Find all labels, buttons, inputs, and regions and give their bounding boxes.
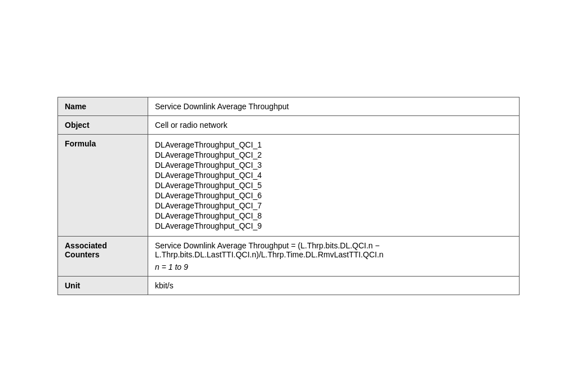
table-row-formula: Formula DLAverageThroughput_QCI_1 DLAver… (58, 135, 520, 237)
formula-line-5: DLAverageThroughput_QCI_5 (155, 181, 512, 190)
label-formula: Formula (58, 135, 148, 237)
counters-formula-text: Service Downlink Average Throughput = (L… (155, 241, 512, 259)
table-row-unit: Unit kbit/s (58, 277, 520, 295)
formula-line-4: DLAverageThroughput_QCI_4 (155, 171, 512, 180)
label-counters-text: AssociatedCounters (65, 241, 107, 259)
value-counters: Service Downlink Average Throughput = (L… (148, 237, 520, 277)
label-unit: Unit (58, 277, 148, 295)
table-row-name: Name Service Downlink Average Throughput (58, 97, 520, 116)
info-table: Name Service Downlink Average Throughput… (57, 97, 520, 295)
value-formula: DLAverageThroughput_QCI_1 DLAverageThrou… (148, 135, 520, 237)
formula-line-2: DLAverageThroughput_QCI_2 (155, 150, 512, 159)
label-counters: AssociatedCounters (58, 237, 148, 277)
table-row-object: Object Cell or radio network (58, 116, 520, 135)
formula-line-6: DLAverageThroughput_QCI_6 (155, 191, 512, 200)
main-table-wrapper: Name Service Downlink Average Throughput… (57, 97, 520, 295)
formula-line-9: DLAverageThroughput_QCI_9 (155, 221, 512, 230)
label-name: Name (58, 97, 148, 116)
value-unit: kbit/s (148, 277, 520, 295)
formula-line-1: DLAverageThroughput_QCI_1 (155, 140, 512, 149)
formula-line-3: DLAverageThroughput_QCI_3 (155, 161, 512, 170)
counters-n-text: n = 1 to 9 (155, 262, 512, 271)
value-name: Service Downlink Average Throughput (148, 97, 520, 116)
formula-line-8: DLAverageThroughput_QCI_8 (155, 211, 512, 220)
value-object: Cell or radio network (148, 116, 520, 135)
table-row-counters: AssociatedCounters Service Downlink Aver… (58, 237, 520, 277)
label-object: Object (58, 116, 148, 135)
formula-line-7: DLAverageThroughput_QCI_7 (155, 201, 512, 210)
